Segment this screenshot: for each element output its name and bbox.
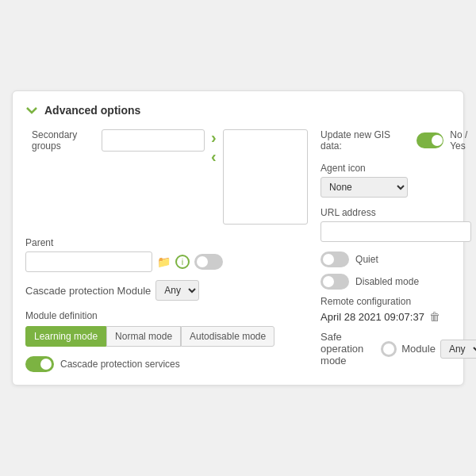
update-gis-toggle[interactable] <box>416 132 443 148</box>
advanced-options-card: Advanced options Secondary groups › ‹ Pa… <box>12 90 464 386</box>
cascade-module-row: Cascade protection Module Any <box>25 280 308 301</box>
main-layout: Secondary groups › ‹ Parent 📁 i <box>25 129 451 372</box>
cascade-module-label: Cascade protection Module <box>25 285 151 297</box>
url-input[interactable] <box>321 221 471 242</box>
cascade-services-toggle[interactable] <box>25 356 54 372</box>
no-yes-label: No / Yes <box>450 129 476 152</box>
update-gis-slider <box>416 132 443 148</box>
module-label: Module <box>401 343 436 355</box>
disabled-mode-label: Disabled mode <box>355 276 419 287</box>
section-title: Advanced options <box>44 104 140 117</box>
parent-toggle[interactable] <box>194 254 223 270</box>
secondary-groups-label: Secondary groups <box>32 129 95 152</box>
cascade-services-slider <box>25 356 54 372</box>
safe-operation-row: Safe operation mode Module Any <box>321 331 476 367</box>
remote-config-label: Remote configuration <box>321 296 476 307</box>
cascade-module-select[interactable]: Any <box>155 280 199 301</box>
parent-info-button[interactable]: i <box>175 255 190 269</box>
module-select[interactable]: Any <box>440 340 476 359</box>
quiet-label: Quiet <box>355 254 378 265</box>
update-gis-row: Update new GIS data: No / Yes <box>321 129 476 152</box>
safe-op-toggle[interactable] <box>381 341 397 357</box>
agent-icon-label: Agent icon <box>321 163 476 174</box>
cascade-services-row: Cascade protection services <box>25 356 308 372</box>
secondary-groups-list[interactable] <box>223 129 308 225</box>
quiet-slider <box>321 251 349 267</box>
collapse-icon[interactable] <box>25 104 38 117</box>
quiet-row: Quiet <box>321 251 476 267</box>
transfer-right-button[interactable]: › <box>211 129 217 145</box>
module-def-label: Module definition <box>25 310 308 321</box>
secondary-groups-row: Secondary groups › ‹ <box>32 129 308 225</box>
module-def-section: Module definition Learning mode Normal m… <box>25 310 308 347</box>
parent-input[interactable] <box>25 251 152 272</box>
agent-icon-section: Agent icon None <box>321 163 476 198</box>
disabled-mode-row: Disabled mode <box>321 274 476 290</box>
cascade-services-label: Cascade protection services <box>60 359 180 370</box>
parent-input-row: 📁 i <box>25 251 308 272</box>
right-column: Update new GIS data: No / Yes Agent icon… <box>321 129 476 372</box>
parent-toggle-slider <box>194 254 223 270</box>
transfer-left-button[interactable]: ‹ <box>211 148 217 164</box>
disabled-mode-slider <box>321 274 349 290</box>
learning-mode-button[interactable]: Learning mode <box>25 326 106 347</box>
remote-config-value-row: April 28 2021 09:07:37 🗑 <box>321 310 476 323</box>
autodisable-mode-button[interactable]: Autodisable mode <box>181 326 274 347</box>
secondary-groups-input[interactable] <box>102 129 205 152</box>
remote-config-date: April 28 2021 09:07:37 <box>321 311 424 323</box>
delete-remote-config-button[interactable]: 🗑 <box>429 310 440 323</box>
parent-label: Parent <box>25 237 308 248</box>
parent-browse-button[interactable]: 📁 <box>157 255 171 268</box>
agent-icon-select[interactable]: None <box>321 177 408 198</box>
url-label: URL address <box>321 207 476 218</box>
left-column: Secondary groups › ‹ Parent 📁 i <box>25 129 308 372</box>
safe-op-slider <box>381 341 397 357</box>
remote-config-section: Remote configuration April 28 2021 09:07… <box>321 296 476 323</box>
quiet-toggle[interactable] <box>321 251 349 267</box>
parent-section: Parent 📁 i <box>25 237 308 272</box>
mode-buttons: Learning mode Normal mode Autodisable mo… <box>25 326 308 347</box>
update-gis-label: Update new GIS data: <box>321 129 410 152</box>
safe-op-label: Safe operation mode <box>321 331 376 367</box>
disabled-mode-toggle[interactable] <box>321 274 349 290</box>
transfer-buttons: › ‹ <box>211 129 217 164</box>
normal-mode-button[interactable]: Normal mode <box>106 326 181 347</box>
url-section: URL address <box>321 207 476 242</box>
section-header: Advanced options <box>25 104 451 117</box>
